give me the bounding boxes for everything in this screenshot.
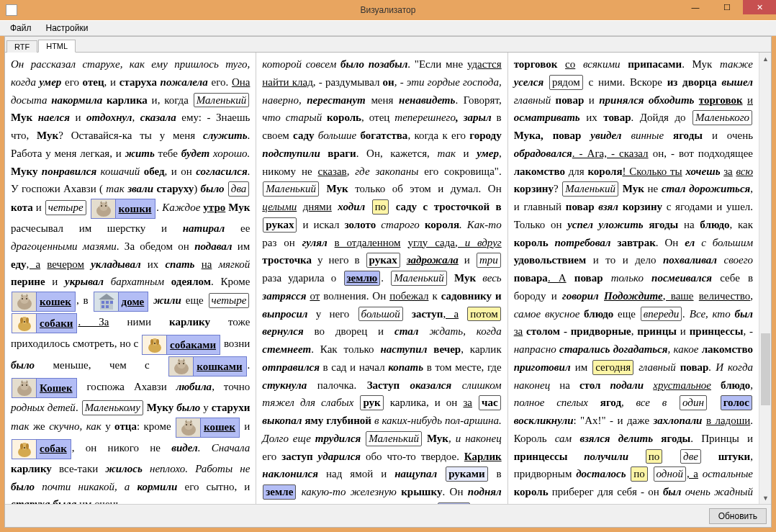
token-chetyre2[interactable]: четыре bbox=[209, 293, 250, 308]
token-malenkiy[interactable]: Маленький bbox=[562, 181, 618, 197]
token-ruk[interactable]: рук bbox=[360, 395, 383, 410]
chip-dome[interactable]: доме bbox=[94, 292, 149, 312]
token-po[interactable]: по bbox=[372, 199, 389, 215]
token-bolshoy[interactable]: большой bbox=[358, 307, 403, 322]
app-icon bbox=[6, 4, 17, 16]
menu-file[interactable]: Файл bbox=[3, 22, 39, 35]
chip-sobak[interactable]: собак bbox=[12, 439, 71, 459]
chip-koshek2[interactable]: Кошек bbox=[12, 378, 77, 398]
token-golos[interactable]: голос bbox=[721, 395, 752, 410]
menubar: Файл Настройки bbox=[0, 20, 776, 36]
column-2: которой совсем было позабыл. "Если мне у… bbox=[256, 53, 507, 504]
maximize-button[interactable]: ☐ bbox=[711, 0, 743, 14]
token-zemle[interactable]: земле bbox=[263, 484, 296, 500]
token-malenkiy2[interactable]: Маленький bbox=[391, 271, 447, 286]
token-zemlyu[interactable]: землю bbox=[344, 271, 381, 286]
token-rukami[interactable]: руками bbox=[446, 466, 487, 482]
column-3: торговок со всякими припасами. Мук также… bbox=[508, 53, 759, 504]
token-malenkiy[interactable]: Маленький bbox=[263, 181, 319, 197]
chip-koshek3[interactable]: кошек bbox=[176, 418, 240, 438]
footer-bar: Обновить bbox=[5, 504, 771, 527]
dog-icon bbox=[12, 314, 37, 333]
scroll-thumb[interactable] bbox=[761, 333, 770, 405]
tabstrip: RTF HTML bbox=[5, 37, 771, 53]
chip-koshkami[interactable]: кошками bbox=[168, 356, 246, 377]
token-dve[interactable]: две bbox=[680, 449, 701, 464]
scroll-up-icon[interactable]: ▲ bbox=[759, 53, 771, 65]
close-button[interactable]: ✕ bbox=[743, 0, 776, 14]
token-chas[interactable]: час bbox=[479, 395, 501, 410]
chip-sobaki[interactable]: собаки bbox=[12, 313, 77, 333]
menu-settings[interactable]: Настройки bbox=[39, 22, 96, 35]
dog-icon bbox=[12, 440, 37, 459]
client-area: RTF HTML Он рассказал старухе, как ему п… bbox=[4, 36, 772, 528]
token-ryadom[interactable]: рядом bbox=[549, 75, 583, 90]
token-luny[interactable]: луны bbox=[438, 502, 469, 504]
dog-icon bbox=[143, 335, 167, 354]
titlebar: Визуализатор — ☐ ✕ bbox=[0, 0, 776, 20]
token-rukakh2[interactable]: руках bbox=[366, 253, 400, 268]
token-tri[interactable]: три bbox=[477, 253, 501, 268]
window-title: Визуализатор bbox=[361, 5, 416, 15]
house-icon bbox=[94, 292, 119, 311]
cat-icon bbox=[169, 357, 194, 376]
chip-koshek[interactable]: кошек bbox=[12, 292, 76, 312]
token-malenkiy[interactable]: Маленький bbox=[194, 93, 250, 108]
column-1: Он рассказал старухе, как ему пришлось т… bbox=[5, 53, 256, 504]
vertical-scrollbar[interactable]: ▲ ▼ bbox=[759, 53, 771, 504]
token-chetyre[interactable]: четыре bbox=[45, 200, 86, 215]
document-viewport: Он рассказал старухе, как ему пришлось т… bbox=[5, 53, 771, 504]
token-po3[interactable]: по bbox=[631, 466, 648, 482]
app-window: Визуализатор — ☐ ✕ Файл Настройки RTF HT… bbox=[0, 0, 776, 532]
token-malenkomu[interactable]: Маленькому bbox=[82, 400, 143, 415]
token-potom[interactable]: потом bbox=[467, 307, 500, 322]
chip-sobakami[interactable]: собаками bbox=[142, 335, 220, 355]
token-odin[interactable]: один bbox=[680, 395, 707, 410]
token-segodnya[interactable]: сегодня bbox=[592, 360, 633, 375]
tab-html[interactable]: HTML bbox=[38, 40, 76, 53]
cat-icon bbox=[176, 418, 201, 437]
cat-icon bbox=[12, 379, 37, 397]
refresh-button[interactable]: Обновить bbox=[709, 508, 767, 524]
text-columns: Он рассказал старухе, как ему пришлось т… bbox=[5, 53, 759, 504]
token-po2[interactable]: по bbox=[646, 449, 663, 464]
token-malenkogo[interactable]: Маленького bbox=[692, 110, 752, 125]
scroll-down-icon[interactable]: ▼ bbox=[759, 492, 771, 504]
token-odnoy[interactable]: одной bbox=[654, 466, 686, 482]
cat-icon bbox=[91, 199, 116, 218]
cat-icon bbox=[12, 292, 37, 311]
token-dva[interactable]: два bbox=[228, 181, 250, 197]
token-malenkiy3[interactable]: Маленький bbox=[366, 431, 422, 446]
chip-koshki[interactable]: кошки bbox=[91, 199, 156, 219]
token-vperedi[interactable]: впереди bbox=[641, 307, 682, 322]
window-controls: — ☐ ✕ bbox=[680, 0, 776, 14]
token-rukakh[interactable]: руках bbox=[263, 217, 297, 233]
tab-rtf[interactable]: RTF bbox=[6, 40, 37, 53]
minimize-button[interactable]: — bbox=[680, 0, 711, 14]
